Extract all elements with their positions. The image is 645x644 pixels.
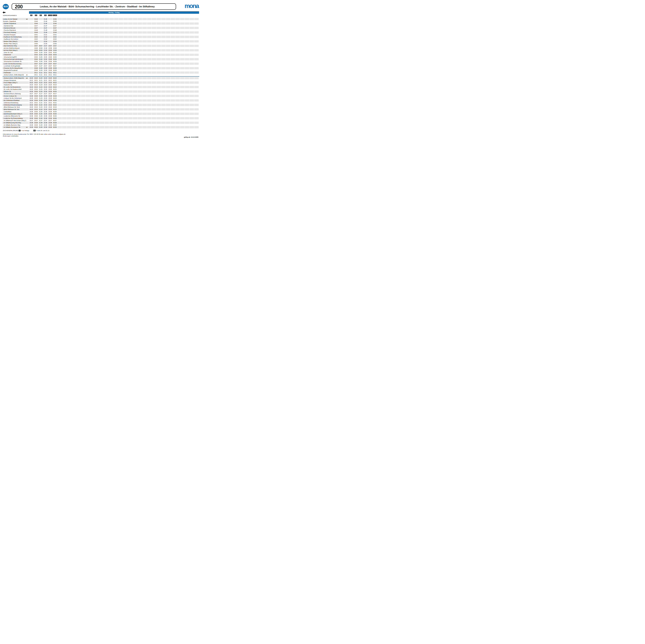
time-cell <box>147 126 152 128</box>
time-cell <box>185 36 189 38</box>
time-cell <box>138 38 142 40</box>
time-cell <box>104 106 109 108</box>
time-cell <box>119 113 123 115</box>
time-cell <box>62 42 66 45</box>
time-cell <box>166 45 170 47</box>
time-cell <box>119 62 123 65</box>
time-cell <box>119 126 123 128</box>
time-cell <box>71 27 76 29</box>
time-cell <box>57 65 62 67</box>
legend-title: ZEICHENERKLÄRUNG: <box>3 130 19 131</box>
stop-name-cell: - Porschestr./Hubweg <box>3 31 29 33</box>
badge-col-32 <box>175 14 180 16</box>
time-cell <box>57 119 62 122</box>
time-cell <box>142 124 147 126</box>
time-cell <box>100 90 104 92</box>
time-cell: 21.36 <box>38 117 43 119</box>
time-cell <box>81 67 85 69</box>
time-cell <box>95 38 99 40</box>
time-cell: 00.21 <box>53 79 57 81</box>
time-cell <box>95 51 99 53</box>
badge-col-25 <box>142 14 147 16</box>
time-cell <box>48 29 52 31</box>
time-cell <box>57 40 62 42</box>
time-cell <box>166 40 170 42</box>
time-cell: 20.09 <box>34 69 38 71</box>
time-cell <box>114 122 119 124</box>
time-cell: 00.31 <box>53 101 57 104</box>
time-cell <box>124 86 128 88</box>
time-cell: 21.51 <box>43 33 48 36</box>
time-cell <box>180 124 185 126</box>
stop-name: - Burgstraße/Freudental <box>3 69 28 71</box>
time-cell <box>67 58 71 60</box>
time-cell: 00.30 <box>53 99 57 101</box>
time-cell <box>76 90 81 92</box>
time-cell <box>133 79 138 81</box>
time-cell <box>138 67 142 69</box>
time-cell <box>190 42 194 45</box>
time-cell: 20.29 <box>34 97 38 99</box>
time-cell <box>76 56 81 58</box>
time-cell: 19.35 <box>29 111 33 113</box>
time-cell: 20.03 <box>34 54 38 56</box>
time-cell <box>128 101 133 104</box>
time-cell: 21.55 <box>43 42 48 45</box>
time-cell <box>90 67 95 69</box>
time-cell <box>161 86 166 88</box>
time-cell: 19.30 <box>29 99 33 101</box>
time-cell <box>194 27 199 29</box>
time-cell <box>194 22 199 25</box>
time-cell <box>157 77 161 79</box>
time-cell <box>152 79 156 81</box>
stop-name: - Zentrum (ehem. ZUM) (Steig E3) <box>3 74 26 75</box>
time-cell <box>157 51 161 53</box>
time-cell <box>171 65 175 67</box>
time-cell <box>157 111 161 113</box>
time-cell <box>190 113 194 115</box>
time-cell <box>62 117 66 119</box>
time-cell <box>57 51 62 53</box>
time-cell <box>104 86 109 88</box>
time-cell: 00.35 <box>53 113 57 115</box>
time-cell <box>29 38 33 40</box>
time-cell <box>190 29 194 31</box>
time-cell <box>175 115 180 117</box>
stop-name: - Alfred-Weitnauer-Str. Süd <box>3 109 28 110</box>
time-cell <box>114 106 119 108</box>
time-cell <box>152 86 156 88</box>
time-cell: 21.38 <box>38 122 43 124</box>
time-cell <box>104 88 109 90</box>
time-cell <box>157 33 161 36</box>
time-cell <box>62 58 66 60</box>
time-cell <box>190 99 194 101</box>
time-cell <box>86 58 90 60</box>
time-cell <box>62 106 66 108</box>
time-cell <box>62 25 66 27</box>
time-cell <box>86 42 90 45</box>
time-cell <box>81 31 85 33</box>
time-cell <box>171 122 175 124</box>
time-cell <box>171 18 175 20</box>
time-cell <box>138 79 142 81</box>
time-cell <box>142 84 147 86</box>
time-cell <box>142 22 147 25</box>
time-cell: 21.25 <box>38 88 43 90</box>
time-cell <box>157 29 161 31</box>
time-cell <box>194 56 199 58</box>
time-cell <box>161 60 166 62</box>
time-cell <box>171 104 175 106</box>
time-cell: 20.37 <box>34 119 38 122</box>
time-cell <box>171 38 175 40</box>
time-cell <box>114 111 119 113</box>
time-cell <box>166 56 170 58</box>
time-cell: 21.07 <box>38 65 43 67</box>
time-cell <box>76 69 81 71</box>
time-cell <box>190 117 194 119</box>
time-cell <box>161 95 166 97</box>
time-cell <box>86 95 90 97</box>
badge-col-17 <box>104 14 109 16</box>
time-cell <box>90 88 95 90</box>
stop-name-cell: - Göhlenbach/Aurikelweg <box>3 101 29 104</box>
time-cell: 19.35 <box>29 113 33 115</box>
